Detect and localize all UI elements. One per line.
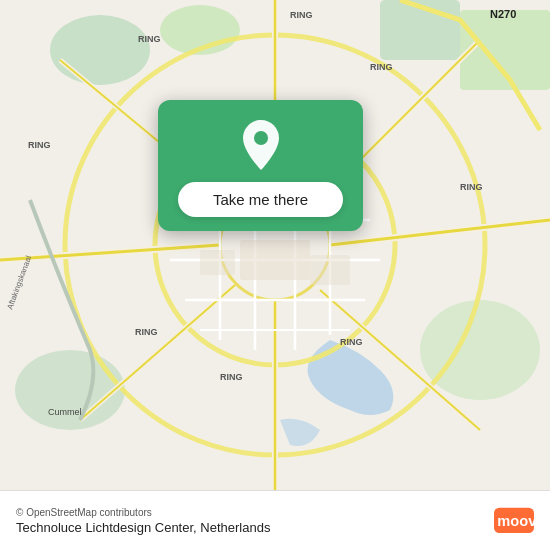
location-label: Technoluce Lichtdesign Center, Netherlan… — [16, 520, 270, 535]
footer-text-area: © OpenStreetMap contributors Technoluce … — [16, 507, 270, 535]
svg-point-50 — [254, 131, 268, 145]
svg-point-1 — [15, 350, 125, 430]
svg-rect-48 — [310, 255, 350, 285]
svg-text:RING: RING — [135, 327, 158, 337]
svg-text:RING: RING — [138, 34, 161, 44]
svg-text:RING: RING — [220, 372, 243, 382]
copyright-text: © OpenStreetMap contributors — [16, 507, 270, 518]
svg-text:RING: RING — [340, 337, 363, 347]
svg-text:Cummel: Cummel — [48, 407, 82, 417]
take-me-there-button[interactable]: Take me there — [178, 182, 343, 217]
svg-point-6 — [50, 15, 150, 85]
svg-text:moovit: moovit — [497, 513, 534, 529]
moovit-logo: moovit — [494, 501, 534, 541]
svg-point-2 — [420, 300, 540, 400]
svg-text:RING: RING — [460, 182, 483, 192]
location-pin-icon — [238, 118, 284, 172]
svg-rect-46 — [240, 240, 310, 280]
svg-rect-47 — [200, 250, 235, 275]
footer-bar: © OpenStreetMap contributors Technoluce … — [0, 490, 550, 550]
svg-text:RING: RING — [370, 62, 393, 72]
svg-point-4 — [380, 5, 460, 55]
map-area: N270 RING RING RING RING RING RING RING … — [0, 0, 550, 490]
popup-card: Take me there — [158, 100, 363, 231]
svg-text:N270: N270 — [490, 8, 516, 20]
svg-text:RING: RING — [290, 10, 313, 20]
moovit-logo-svg: moovit — [494, 501, 534, 541]
map-svg: N270 RING RING RING RING RING RING RING … — [0, 0, 550, 490]
svg-text:RING: RING — [28, 140, 51, 150]
